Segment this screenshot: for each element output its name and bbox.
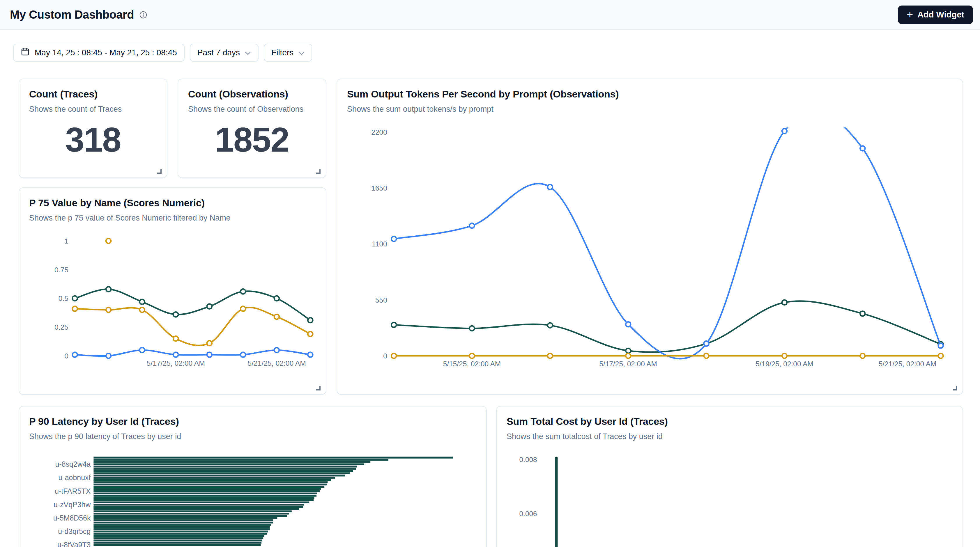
bar: [94, 513, 289, 514]
resize-handle-icon[interactable]: [157, 169, 162, 174]
add-widget-label: Add Widget: [917, 10, 964, 19]
markers-prompt-series-green: [391, 300, 943, 353]
bar: [94, 511, 291, 512]
bar: [94, 486, 325, 488]
bar: [94, 463, 364, 465]
svg-text:5/15/25, 02:00 AM: 5/15/25, 02:00 AM: [443, 360, 501, 368]
widget-title: Sum Total Cost by User Id (Traces): [507, 415, 953, 427]
bar: [94, 493, 317, 494]
filters-label: Filters: [271, 48, 293, 57]
bar: [94, 535, 264, 537]
x-axis-labels: 5/15/25, 02:00 AM5/17/25, 02:00 AM5/19/2…: [443, 360, 936, 368]
widget-title: Count (Observations): [188, 88, 316, 100]
svg-text:5/21/25, 02:00 AM: 5/21/25, 02:00 AM: [879, 360, 936, 368]
widget-subtitle: Shows the sum output tokens/s by prompt: [347, 104, 953, 114]
svg-text:0.006: 0.006: [519, 510, 537, 518]
bar: [94, 484, 327, 485]
line-prompt-series-green: [394, 301, 941, 352]
widget-sum-total-cost: Sum Total Cost by User Id (Traces) Shows…: [496, 406, 963, 547]
bar: [94, 524, 271, 526]
bar: [94, 474, 345, 476]
resize-handle-icon[interactable]: [316, 386, 321, 390]
bar: [94, 522, 273, 523]
filters-dropdown[interactable]: Filters: [264, 44, 312, 62]
date-range-picker[interactable]: May 14, 25 : 08:45 - May 21, 25 : 08:45: [13, 44, 185, 62]
bar: [94, 537, 263, 539]
markers-score-series-gold-single: [106, 239, 111, 244]
widget-title: Count (Traces): [29, 88, 157, 100]
bar: [94, 515, 287, 517]
chevron-down-icon: [298, 48, 305, 57]
info-icon[interactable]: [139, 11, 147, 19]
widget-subtitle: Shows the p 90 latency of Traces by user…: [29, 431, 476, 441]
bar: [94, 504, 304, 506]
y-axis-labels: 00.250.50.751: [54, 237, 68, 360]
widget-title: P 75 Value by Name (Scores Numeric): [29, 197, 316, 209]
bar: [94, 472, 350, 474]
svg-text:2200: 2200: [371, 128, 387, 136]
widget-subtitle: Shows the count of Traces: [29, 104, 157, 114]
widget-count-observations: Count (Observations) Shows the count of …: [178, 79, 326, 178]
svg-text:u-5M8D56k: u-5M8D56k: [53, 514, 91, 522]
svg-text:u-8fVa9T3: u-8fVa9T3: [57, 541, 91, 547]
page-title: My Custom Dashboard: [10, 8, 134, 21]
svg-text:5/17/25, 02:00 AM: 5/17/25, 02:00 AM: [147, 359, 205, 367]
widget-title: Sum Output Tokens Per Second by Prompt (…: [347, 88, 953, 100]
cost-bars: [555, 457, 558, 547]
widget-title: P 90 Latency by User Id (Traces): [29, 415, 476, 427]
widget-subtitle: Shows the p 75 value of Scores Numeric f…: [29, 213, 316, 223]
date-preset-value: Past 7 days: [197, 48, 240, 57]
svg-text:0.75: 0.75: [54, 266, 68, 274]
bar: [94, 499, 313, 501]
bar: [94, 502, 309, 503]
line-prompt-series-blue: [394, 127, 941, 359]
category-labels: u-8sq2w4au-aobnuxfu-tFAR5TXu-zVqP3hwu-5M…: [53, 460, 91, 547]
bar: [94, 519, 273, 521]
bar: [94, 533, 267, 534]
svg-text:0.008: 0.008: [519, 456, 537, 463]
svg-text:0.25: 0.25: [54, 323, 68, 331]
bar: [94, 531, 268, 533]
bar: [94, 477, 335, 479]
svg-text:550: 550: [375, 296, 387, 304]
calendar-icon: [21, 47, 30, 58]
widget-count-traces: Count (Traces) Shows the count of Traces…: [19, 79, 167, 178]
bar: [94, 517, 277, 519]
bar: [94, 495, 317, 496]
svg-text:0: 0: [383, 352, 387, 360]
date-preset-dropdown[interactable]: Past 7 days: [190, 44, 259, 62]
svg-text:5/21/25, 02:00 AM: 5/21/25, 02:00 AM: [248, 359, 306, 367]
filter-toolbar: May 14, 25 : 08:45 - May 21, 25 : 08:45 …: [13, 44, 963, 62]
svg-text:u-aobnuxf: u-aobnuxf: [59, 473, 91, 482]
bar: [94, 470, 353, 472]
widget-p75-value: P 75 Value by Name (Scores Numeric) Show…: [19, 187, 326, 395]
widget-tokens-per-second: Sum Output Tokens Per Second by Prompt (…: [337, 79, 963, 395]
svg-text:0.5: 0.5: [59, 295, 68, 303]
x-axis-labels: 5/17/25, 02:00 AM5/21/25, 02:00 AM: [147, 359, 306, 367]
svg-text:1650: 1650: [371, 184, 387, 192]
markers-score-series-blue: [73, 348, 313, 358]
add-widget-button[interactable]: + Add Widget: [898, 6, 973, 24]
svg-text:u-d3qr5cg: u-d3qr5cg: [58, 527, 91, 535]
bar: [94, 466, 356, 467]
bar: [94, 481, 328, 483]
widget-grid-top: Count (Traces) Shows the count of Traces…: [19, 79, 963, 395]
svg-text:u-8sq2w4a: u-8sq2w4a: [55, 460, 91, 468]
svg-text:0: 0: [64, 352, 68, 360]
resize-handle-icon[interactable]: [316, 169, 321, 174]
bar: [94, 528, 270, 530]
svg-text:1: 1: [64, 237, 68, 245]
dashboard-header: My Custom Dashboard + Add Widget: [0, 0, 980, 30]
bar: [94, 497, 314, 499]
resize-handle-icon[interactable]: [953, 386, 957, 390]
svg-text:u-zVqP3hw: u-zVqP3hw: [54, 501, 91, 509]
bar: [94, 461, 370, 463]
bar: [94, 490, 320, 492]
bar: [94, 457, 453, 458]
svg-text:5/17/25, 02:00 AM: 5/17/25, 02:00 AM: [599, 360, 657, 368]
svg-text:1100: 1100: [372, 240, 387, 248]
cost-vbar-chart: 0.0080.006: [507, 455, 953, 547]
bar: [94, 468, 356, 469]
bar: [94, 526, 270, 528]
widget-subtitle: Shows the sum totalcost of Traces by use…: [507, 431, 953, 441]
